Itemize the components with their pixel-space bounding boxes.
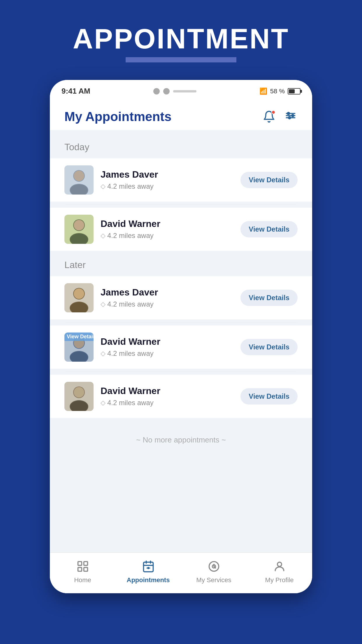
header-icons (261, 109, 298, 124)
location-icon: ◇ (101, 399, 106, 407)
appointment-distance: ◇ 4.2 miles away (101, 349, 233, 358)
svg-rect-32 (84, 562, 87, 566)
phone-frame: 9:41 AM 📶 58 % My Appointments (50, 80, 312, 593)
card-divider (64, 372, 298, 372)
appointments-icon (141, 559, 156, 574)
appointment-name: David Warner (101, 218, 233, 229)
app-title: APPOINTMENT (50, 23, 312, 54)
status-bar-line (173, 90, 196, 92)
appointments-scroll[interactable]: Today James Daver (50, 130, 312, 552)
status-bar: 9:41 AM 📶 58 % (50, 80, 312, 100)
circle-dot-1 (153, 88, 160, 94)
notification-dot (271, 110, 275, 114)
nav-item-my-services[interactable]: My Services (181, 559, 247, 584)
nav-label-my-services: My Services (196, 576, 231, 584)
nav-label-home: Home (74, 576, 91, 584)
svg-rect-33 (78, 568, 82, 571)
svg-point-4 (292, 114, 294, 116)
section-later: Later (50, 254, 312, 273)
svg-rect-31 (78, 562, 82, 566)
home-icon (75, 559, 90, 574)
svg-point-3 (287, 112, 289, 114)
battery-fill (289, 89, 295, 93)
appointment-distance: ◇ 4.2 miles away (101, 399, 233, 407)
location-icon: ◇ (101, 350, 106, 357)
appointment-card: David Warner ◇ 4.2 miles away View Detai… (50, 208, 312, 251)
avatar: View Details (64, 332, 94, 362)
appointment-info: James Daver ◇ 4.2 miles away (101, 287, 233, 308)
appointment-card: View Details David Warner ◇ 4.2 miles aw… (50, 326, 312, 369)
status-time: 9:41 AM (61, 87, 90, 96)
nav-label-my-profile: My Profile (265, 576, 294, 584)
appointment-name: James Daver (101, 169, 233, 180)
status-center (153, 88, 196, 94)
title-underline (126, 57, 236, 62)
avatar (64, 215, 94, 244)
appointment-name: David Warner (101, 336, 233, 347)
status-right: 📶 58 % (259, 88, 301, 95)
svg-point-5 (289, 117, 291, 119)
location-icon: ◇ (101, 183, 106, 190)
avatar (64, 382, 94, 411)
card-divider (64, 322, 298, 323)
avatar (64, 283, 94, 312)
avatar-overlay-label: View Details (64, 332, 94, 341)
location-icon: ◇ (101, 232, 106, 239)
view-details-button[interactable]: View Details (240, 388, 298, 405)
notification-bell-button[interactable] (261, 109, 277, 124)
battery-icon (288, 88, 301, 94)
appointment-distance: ◇ 4.2 miles away (101, 300, 233, 308)
svg-point-29 (74, 387, 84, 398)
no-more-label: ~ No more appointments ~ (50, 424, 312, 456)
avatar (64, 165, 94, 195)
appointment-card: James Daver ◇ 4.2 miles away View Detail… (50, 276, 312, 319)
location-icon: ◇ (101, 300, 106, 308)
svg-point-14 (74, 220, 84, 230)
filter-icon (284, 110, 297, 123)
app-background: APPOINTMENT 9:41 AM 📶 58 % My Appoin (50, 0, 312, 593)
appointment-distance: ◇ 4.2 miles away (101, 232, 233, 240)
appointment-info: David Warner ◇ 4.2 miles away (101, 218, 233, 240)
view-details-button[interactable]: View Details (240, 290, 298, 306)
view-details-button[interactable]: View Details (240, 221, 298, 237)
appointment-name: James Daver (101, 287, 233, 298)
nav-item-my-profile[interactable]: My Profile (247, 559, 312, 584)
card-divider (64, 204, 298, 205)
wifi-icon: 📶 (259, 88, 267, 95)
section-today: Today (50, 136, 312, 155)
svg-point-9 (74, 171, 84, 181)
appointment-card: David Warner ◇ 4.2 miles away View Detai… (50, 375, 312, 418)
page-title: My Appointments (64, 109, 171, 124)
svg-rect-34 (84, 568, 87, 571)
filter-button[interactable] (284, 110, 298, 124)
app-header: My Appointments (50, 100, 312, 130)
appointment-distance: ◇ 4.2 miles away (101, 182, 233, 190)
main-content: My Appointments (50, 100, 312, 593)
svg-point-43 (277, 562, 282, 566)
nav-label-appointments: Appointments (127, 576, 170, 584)
view-details-button[interactable]: View Details (240, 339, 298, 355)
svg-point-19 (74, 288, 84, 299)
nav-item-appointments[interactable]: Appointments (115, 559, 181, 584)
circle-dot-2 (163, 88, 170, 94)
my-profile-icon (272, 559, 287, 574)
appointment-name: David Warner (101, 386, 233, 396)
battery-percent: 58 % (270, 88, 285, 95)
nav-item-home[interactable]: Home (50, 559, 115, 584)
appointment-info: David Warner ◇ 4.2 miles away (101, 386, 233, 407)
view-details-button[interactable]: View Details (240, 172, 298, 188)
bottom-nav: Home Appointments (50, 552, 312, 593)
appointment-card: James Daver ◇ 4.2 miles away View Detail… (50, 158, 312, 202)
my-services-icon (206, 559, 222, 574)
appointment-info: James Daver ◇ 4.2 miles away (101, 169, 233, 190)
appointment-info: David Warner ◇ 4.2 miles away (101, 336, 233, 358)
